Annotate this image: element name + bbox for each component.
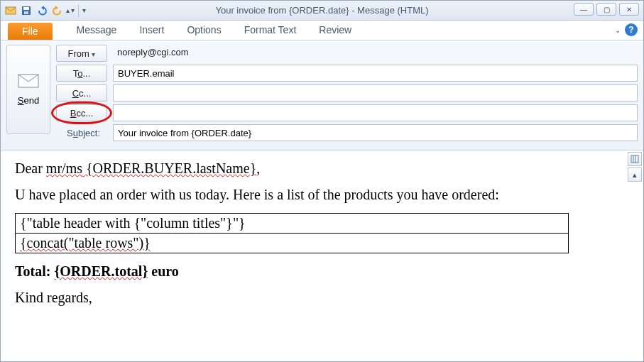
body-greeting: Dear mr/ms {ORDER.BUYER.lastName}, (15, 160, 629, 177)
table-row: {"table header with {"column titles"}"} (16, 214, 569, 234)
cc-input[interactable] (113, 84, 638, 102)
send-button[interactable]: Send (6, 45, 50, 134)
qat-customize-icon[interactable]: ▾ (82, 6, 86, 14)
bcc-input[interactable] (113, 104, 638, 121)
body-line-1: U have placed an order with us today. He… (15, 187, 629, 203)
scroll-up-icon[interactable]: ▴ (628, 168, 642, 182)
table-row: {concat("table rows")} (16, 234, 569, 253)
tab-review[interactable]: Review (307, 21, 363, 40)
from-value: noreply@cgi.com (113, 45, 638, 62)
ribbon-tabs: File Message Insert Options Format Text … (1, 21, 643, 40)
compose-header: Send From ▾ noreply@cgi.com To... Cc... … (1, 40, 643, 150)
outlook-icon[interactable] (4, 4, 18, 18)
subject-input[interactable] (113, 124, 638, 141)
svg-rect-7 (631, 155, 638, 163)
header-fields: From ▾ noreply@cgi.com To... Cc... Bcc..… (56, 45, 638, 144)
body-table: {"table header with {"column titles"}"} … (15, 213, 569, 253)
ribbon-minimize-icon[interactable]: ⌄ (615, 26, 621, 34)
tab-message[interactable]: Message (65, 21, 129, 40)
body-signoff: Kind regards, (15, 290, 629, 306)
bcc-button[interactable]: Bcc... (56, 104, 107, 121)
minimize-button[interactable]: — (574, 3, 594, 16)
subject-label: Subject: (56, 128, 107, 138)
qat-prev-icon[interactable]: ▴ (66, 6, 70, 14)
cc-button[interactable]: Cc... (56, 84, 107, 102)
envelope-icon (18, 74, 39, 92)
window-controls: — ▢ ✕ (574, 3, 639, 16)
help-icon[interactable]: ? (625, 23, 638, 36)
close-button[interactable]: ✕ (619, 3, 639, 16)
qat-next-icon[interactable]: ▾ (71, 6, 75, 14)
redo-icon[interactable] (50, 4, 65, 18)
ruler-toggle-icon[interactable] (628, 152, 642, 166)
side-scroll: ▴ (628, 152, 642, 182)
tab-insert[interactable]: Insert (128, 21, 175, 40)
file-tab[interactable]: File (8, 23, 53, 40)
svg-marker-4 (41, 6, 44, 10)
maximize-button[interactable]: ▢ (596, 3, 616, 16)
message-body[interactable]: Dear mr/ms {ORDER.BUYER.lastName}, U hav… (1, 150, 643, 362)
quick-access-toolbar: ▴ ▾ ▾ (1, 4, 86, 18)
svg-rect-2 (23, 7, 29, 10)
window-title: Your invoice from {ORDER.date} - Message… (1, 5, 643, 16)
body-total: Total: {ORDER.total} euro (15, 263, 629, 280)
send-label: Send (18, 95, 39, 106)
tab-options[interactable]: Options (175, 21, 232, 40)
tab-format-text[interactable]: Format Text (233, 21, 308, 40)
from-button[interactable]: From ▾ (56, 45, 107, 62)
undo-icon[interactable] (35, 4, 49, 18)
to-input[interactable] (113, 65, 638, 82)
svg-rect-3 (24, 11, 28, 14)
svg-marker-5 (55, 6, 58, 10)
title-bar: ▴ ▾ ▾ Your invoice from {ORDER.date} - M… (1, 1, 643, 21)
to-button[interactable]: To... (56, 65, 107, 82)
save-icon[interactable] (19, 4, 33, 18)
